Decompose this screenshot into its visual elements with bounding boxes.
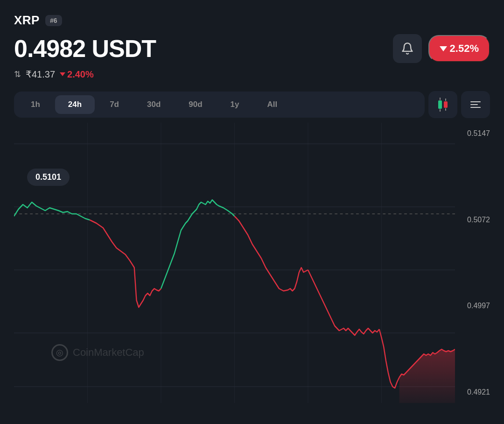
price-display: 0.4982 USDT — [14, 35, 156, 63]
coin-name: XRP — [14, 13, 40, 28]
timeframe-7d[interactable]: 7d — [97, 95, 132, 114]
timeframe-90d[interactable]: 90d — [175, 95, 215, 114]
timeframe-all[interactable]: All — [254, 95, 291, 114]
y-label-3: 0.4997 — [457, 302, 490, 310]
swap-icon: ⇅ — [14, 69, 21, 79]
candlestick-button[interactable] — [428, 91, 457, 118]
chart-svg-container — [14, 123, 455, 403]
chart-area: 0.5147 0.5072 0.4997 0.4921 0.5101 ◎ Coi… — [14, 123, 490, 403]
change-badge-button[interactable]: 2.52% — [428, 35, 490, 62]
timeframe-24h[interactable]: 24h — [55, 95, 95, 114]
y-label-2: 0.5072 — [457, 216, 490, 224]
bell-button[interactable] — [393, 34, 422, 63]
down-arrow-icon — [440, 46, 447, 51]
timeframe-group: 1h 24h 7d 30d 90d 1y All — [14, 92, 425, 118]
bell-icon — [401, 42, 414, 55]
y-label-bottom: 0.4921 — [457, 388, 490, 396]
timeframe-1h[interactable]: 1h — [18, 95, 53, 114]
tooltip-price: 0.5101 — [35, 172, 61, 182]
candlestick-icon — [438, 98, 448, 112]
inr-down-arrow-icon — [60, 72, 65, 76]
filter-icon — [470, 101, 481, 108]
y-axis-labels: 0.5147 0.5072 0.4997 0.4921 — [457, 123, 490, 403]
rank-badge: #6 — [45, 15, 62, 26]
inr-change: 2.40% — [60, 69, 94, 80]
inr-change-value: 2.40% — [67, 69, 94, 80]
price-tooltip: 0.5101 — [27, 169, 70, 186]
timeframe-30d[interactable]: 30d — [134, 95, 174, 114]
inr-value: ₹41.37 — [26, 69, 55, 80]
timeframe-bar: 1h 24h 7d 30d 90d 1y All — [14, 91, 490, 118]
filter-button[interactable] — [461, 91, 490, 118]
svg-marker-11 — [399, 349, 455, 403]
y-label-top: 0.5147 — [457, 129, 490, 138]
watermark: ◎ CoinMarketCap — [51, 344, 144, 361]
timeframe-1y[interactable]: 1y — [217, 95, 252, 114]
watermark-text: CoinMarketCap — [73, 346, 144, 359]
cmc-logo: ◎ — [51, 344, 68, 361]
percent-change-label: 2.52% — [450, 42, 479, 55]
